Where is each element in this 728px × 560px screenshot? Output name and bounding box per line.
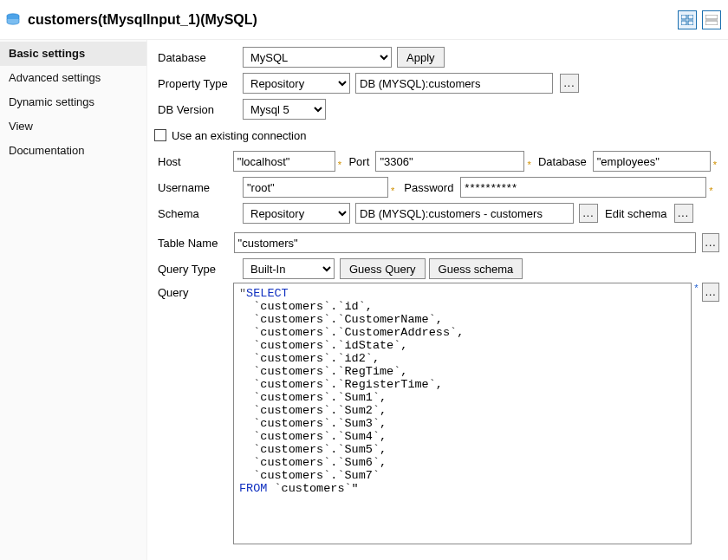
- query-type-select[interactable]: Built-In: [243, 258, 335, 279]
- tab-dynamic-settings[interactable]: Dynamic settings: [0, 90, 146, 114]
- guess-query-button[interactable]: Guess Query: [340, 258, 426, 279]
- schema-ref-browse-button[interactable]: ...: [579, 204, 598, 223]
- query-expand-button[interactable]: ...: [702, 283, 719, 302]
- port-label: Port: [348, 155, 369, 168]
- svg-rect-4: [688, 21, 693, 25]
- password-field[interactable]: [460, 177, 706, 198]
- password-label: Password: [404, 181, 453, 194]
- svg-rect-2: [688, 15, 693, 19]
- view-list-button[interactable]: [702, 10, 721, 29]
- host-label: Host: [156, 155, 233, 168]
- query-type-label: Query Type: [156, 263, 243, 276]
- query-editor-container: "SELECT `customers`.`id`, `customers`.`C…: [233, 283, 692, 544]
- svg-rect-1: [681, 15, 686, 19]
- view-grid-button[interactable]: [678, 10, 697, 29]
- edit-schema-button[interactable]: ...: [674, 204, 693, 223]
- query-label: Query: [156, 283, 233, 299]
- schema-label: Schema: [156, 207, 243, 220]
- property-ref-field[interactable]: [355, 73, 553, 94]
- property-type-select[interactable]: Repository: [243, 73, 350, 94]
- db-version-label: DB Version: [156, 103, 243, 116]
- db-version-select[interactable]: Mysql 5: [243, 99, 326, 120]
- database-name-label: Database: [538, 155, 587, 168]
- table-name-label: Table Name: [156, 237, 234, 250]
- username-label: Username: [156, 181, 243, 194]
- required-icon: *: [335, 160, 344, 170]
- settings-tabs: Basic settings Advanced settings Dynamic…: [0, 40, 147, 560]
- database-label: Database: [156, 51, 243, 64]
- schema-type-select[interactable]: Repository: [243, 203, 350, 224]
- svg-rect-5: [705, 15, 718, 19]
- username-field[interactable]: [243, 177, 388, 198]
- port-field[interactable]: [375, 151, 524, 172]
- header-bar: customers(tMysqlInput_1)(MySQL): [0, 0, 728, 40]
- table-name-field[interactable]: [234, 232, 696, 253]
- tab-basic-settings[interactable]: Basic settings: [0, 42, 146, 66]
- guess-schema-button[interactable]: Guess schema: [429, 258, 523, 279]
- required-icon: *: [711, 160, 719, 170]
- database-name-field[interactable]: [593, 151, 711, 172]
- required-icon: *: [524, 160, 533, 170]
- edit-schema-label: Edit schema: [605, 207, 667, 220]
- required-icon: *: [706, 186, 715, 196]
- svg-rect-3: [681, 21, 686, 25]
- database-icon: [5, 13, 21, 27]
- tab-documentation[interactable]: Documentation: [0, 139, 146, 163]
- required-icon: *: [692, 283, 700, 293]
- apply-button[interactable]: Apply: [397, 47, 445, 68]
- required-icon: *: [388, 186, 397, 196]
- tab-view[interactable]: View: [0, 114, 146, 139]
- use-existing-label: Use an existing connection: [172, 129, 306, 142]
- table-name-browse-button[interactable]: ...: [702, 233, 719, 252]
- database-select[interactable]: MySQL: [243, 47, 392, 68]
- property-ref-browse-button[interactable]: ...: [560, 74, 579, 93]
- use-existing-checkbox[interactable]: [154, 129, 166, 141]
- page-title: customers(tMysqlInput_1)(MySQL): [28, 12, 257, 28]
- tab-advanced-settings[interactable]: Advanced settings: [0, 66, 146, 90]
- basic-settings-form: Database MySQL Apply Property Type Repos…: [147, 40, 728, 560]
- property-type-label: Property Type: [156, 77, 243, 90]
- schema-ref-field[interactable]: [355, 203, 574, 224]
- host-field[interactable]: [233, 151, 335, 172]
- query-editor[interactable]: "SELECT `customers`.`id`, `customers`.`C…: [234, 283, 691, 544]
- svg-rect-6: [705, 21, 718, 25]
